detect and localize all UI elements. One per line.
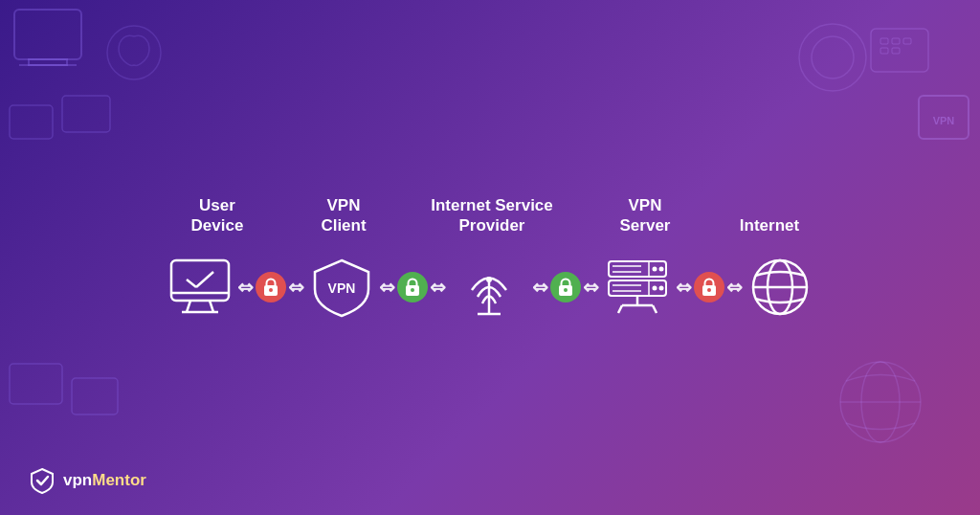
arrow-3: ⇔ <box>379 276 395 299</box>
svg-point-32 <box>411 288 414 292</box>
svg-text:VPN: VPN <box>933 115 955 126</box>
arrow-4: ⇔ <box>430 276 446 299</box>
svg-point-6 <box>799 24 866 91</box>
svg-point-46 <box>653 286 657 291</box>
svg-line-24 <box>210 301 213 312</box>
svg-line-53 <box>653 305 657 313</box>
svg-rect-4 <box>62 96 110 132</box>
svg-point-19 <box>861 362 900 442</box>
label-vpn-client: VPNClient <box>281 195 406 236</box>
svg-line-23 <box>187 301 190 312</box>
svg-rect-9 <box>880 38 888 44</box>
logo-text: vpnMentor <box>63 471 146 490</box>
icons-row: ⇔ ⇔ VPN ⇔ <box>163 255 817 320</box>
svg-rect-1 <box>29 59 67 65</box>
svg-rect-13 <box>892 48 900 54</box>
lock-badge-2 <box>397 272 428 302</box>
label-vpn-server: VPNServer <box>578 195 712 236</box>
lock-badge-1 <box>256 272 286 302</box>
svg-line-26 <box>187 280 196 287</box>
arrow-5: ⇔ <box>532 276 548 299</box>
arrow-2: ⇔ <box>288 276 304 299</box>
arrow-6: ⇔ <box>583 276 599 299</box>
svg-rect-14 <box>919 96 969 139</box>
svg-rect-17 <box>72 378 118 414</box>
vpnmentor-logo-icon <box>29 467 56 494</box>
arrow-8: ⇔ <box>726 276 743 299</box>
svg-rect-44 <box>609 280 666 296</box>
svg-line-52 <box>618 305 622 313</box>
label-internet: Internet <box>712 215 827 235</box>
isp-icon <box>446 257 532 318</box>
vpn-server-icon <box>599 256 676 319</box>
labels-row: UserDevice VPNClient Internet ServicePro… <box>153 195 827 236</box>
main-diagram: UserDevice VPNClient Internet ServicePro… <box>153 195 827 321</box>
arrow-7: ⇔ <box>676 276 692 299</box>
svg-rect-16 <box>10 364 62 404</box>
svg-point-29 <box>269 288 273 292</box>
svg-point-7 <box>812 36 854 78</box>
svg-rect-0 <box>14 10 81 59</box>
svg-text:VPN: VPN <box>328 280 356 296</box>
svg-rect-10 <box>892 38 900 44</box>
user-device-icon <box>163 258 237 316</box>
svg-rect-12 <box>880 48 888 54</box>
svg-point-55 <box>707 288 711 292</box>
svg-rect-3 <box>10 105 53 139</box>
svg-point-34 <box>486 277 492 282</box>
label-user-device: UserDevice <box>153 195 281 236</box>
svg-point-41 <box>659 267 664 272</box>
vpn-client-icon: VPN <box>304 257 379 318</box>
svg-rect-11 <box>903 38 911 44</box>
lock-badge-4 <box>694 272 724 302</box>
page-background: VPN UserDevice VPNClient Internet Servic… <box>0 0 980 515</box>
logo-area: vpnMentor <box>29 467 146 494</box>
svg-line-27 <box>196 272 213 287</box>
svg-point-37 <box>564 288 568 292</box>
svg-rect-38 <box>609 261 666 277</box>
internet-icon <box>743 255 817 320</box>
svg-point-47 <box>659 286 664 291</box>
arrow-1: ⇔ <box>237 276 254 299</box>
svg-point-40 <box>653 267 657 272</box>
svg-rect-21 <box>171 260 229 301</box>
label-isp: Internet ServiceProvider <box>406 195 578 236</box>
svg-point-18 <box>840 362 921 442</box>
lock-badge-3 <box>550 272 581 302</box>
svg-point-5 <box>107 26 161 79</box>
svg-rect-8 <box>871 29 928 72</box>
